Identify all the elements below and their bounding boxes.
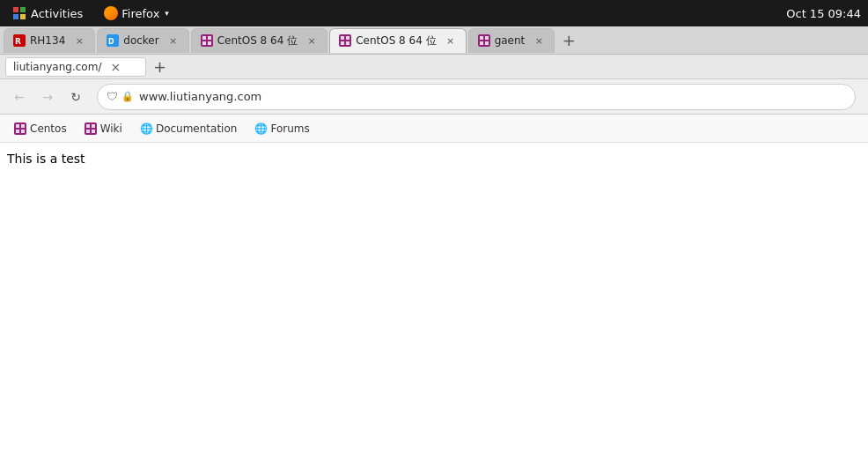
bookmark-centos[interactable]: Centos (7, 120, 74, 137)
activities-button[interactable]: Activities (7, 4, 88, 22)
back-button[interactable]: ← (7, 85, 32, 109)
active-tab-address: liutianyang.com/ × + (0, 55, 868, 79)
tab-label-centos2: CentOS 8 64 位 (356, 33, 436, 48)
tab-favicon-centos1 (201, 34, 213, 47)
svg-rect-32 (92, 130, 95, 133)
svg-rect-16 (341, 41, 344, 45)
firefox-menu-button[interactable]: Firefox ▾ (99, 4, 174, 22)
new-tab-button[interactable]: + (556, 28, 581, 53)
active-tab-url: liutianyang.com/ (13, 61, 101, 73)
svg-rect-0 (13, 7, 18, 12)
svg-rect-1 (20, 7, 26, 12)
activities-label: Activities (31, 7, 83, 20)
firefox-label: Firefox (121, 7, 159, 20)
tab-close-docker[interactable]: × (167, 34, 180, 47)
tab-close-gaent[interactable]: × (533, 34, 545, 47)
svg-text:D: D (108, 38, 114, 46)
new-tab-plus[interactable]: + (146, 57, 173, 76)
reload-icon: ↻ (70, 90, 81, 104)
tab-label-gaent: gaent (495, 34, 526, 47)
tab-close-rh134[interactable]: × (73, 34, 85, 47)
bookmark-label-documentation: Documentation (156, 122, 238, 135)
forward-button[interactable]: → (35, 85, 60, 109)
svg-rect-12 (208, 41, 211, 45)
url-text[interactable]: www.liutianyang.com (139, 90, 846, 103)
bookmark-wiki[interactable]: Wiki (77, 120, 129, 137)
svg-rect-26 (16, 130, 19, 133)
firefox-icon (104, 6, 118, 20)
bookmark-icon-documentation: 🌐 (140, 122, 152, 135)
svg-rect-10 (208, 36, 211, 40)
tab-close-centos1[interactable]: × (305, 34, 318, 47)
tab-docker[interactable]: D docker × (97, 28, 188, 53)
active-tab-input[interactable]: liutianyang.com/ × (5, 57, 146, 77)
bookmark-forums[interactable]: 🌐 Forums (247, 120, 316, 137)
tab-favicon-gaent (478, 34, 490, 47)
svg-rect-14 (341, 36, 344, 40)
svg-rect-27 (21, 130, 25, 133)
bookmark-label-wiki: Wiki (100, 122, 122, 135)
svg-rect-3 (20, 14, 26, 19)
svg-rect-2 (13, 14, 18, 19)
tab-close-centos2[interactable]: × (445, 34, 457, 47)
bookmark-documentation[interactable]: 🌐 Documentation (133, 120, 245, 137)
bookmark-label-centos: Centos (30, 122, 67, 135)
tab-label-rh134: RH134 (30, 34, 65, 47)
tab-gaent[interactable]: gaent × (468, 28, 555, 53)
tab-favicon-centos2 (339, 34, 351, 47)
svg-rect-9 (202, 36, 206, 40)
tabs-bar: R RH134 × D docker × CentOS 8 64 位 × (0, 26, 868, 55)
svg-rect-15 (346, 36, 349, 40)
svg-rect-24 (16, 124, 19, 128)
firefox-dropdown-icon: ▾ (165, 9, 169, 18)
tab-centos2[interactable]: CentOS 8 64 位 × (329, 28, 466, 53)
bookmark-icon-forums: 🌐 (254, 122, 267, 135)
url-security-icons: 🛡 🔒 (107, 90, 134, 103)
svg-rect-25 (21, 124, 25, 128)
system-clock: Oct 15 09:44 (786, 7, 861, 20)
shield-icon: 🛡 (107, 90, 118, 103)
bookmark-icon-wiki (85, 122, 97, 135)
activities-icon (12, 6, 26, 20)
bookmark-label-forums: Forums (270, 122, 309, 135)
reload-button[interactable]: ↻ (63, 85, 88, 109)
svg-rect-31 (86, 130, 90, 133)
forward-icon: → (42, 90, 53, 104)
tab-favicon-rh134: R (13, 34, 26, 47)
svg-rect-21 (480, 41, 483, 45)
system-bar-left: Activities Firefox ▾ (7, 4, 174, 22)
tab-label-docker: docker (123, 34, 158, 47)
svg-rect-29 (86, 124, 90, 128)
page-content: This is a test (0, 143, 868, 174)
url-bar[interactable]: 🛡 🔒 www.liutianyang.com (97, 84, 856, 110)
svg-rect-11 (202, 41, 206, 45)
svg-text:R: R (15, 37, 21, 46)
page-text: This is a test (7, 152, 861, 166)
tab-favicon-docker: D (107, 34, 119, 47)
bookmarks-bar: Centos Wiki 🌐 Documentation 🌐 Forums (0, 115, 868, 143)
svg-rect-19 (480, 36, 483, 40)
active-tab-close[interactable]: × (110, 60, 121, 74)
svg-rect-20 (485, 36, 489, 40)
lock-icon: 🔒 (121, 91, 134, 102)
svg-rect-30 (92, 124, 95, 128)
navigation-bar: ← → ↻ 🛡 🔒 www.liutianyang.com (0, 79, 868, 115)
tab-label-centos1: CentOS 8 64 位 (217, 33, 298, 48)
svg-rect-22 (485, 41, 489, 45)
back-icon: ← (14, 90, 25, 104)
tab-centos1[interactable]: CentOS 8 64 位 × (191, 28, 327, 53)
bookmark-icon-centos (14, 122, 26, 135)
system-bar: Activities Firefox ▾ Oct 15 09:44 (0, 0, 868, 26)
tab-rh134[interactable]: R RH134 × (4, 28, 95, 53)
svg-rect-17 (346, 41, 349, 45)
